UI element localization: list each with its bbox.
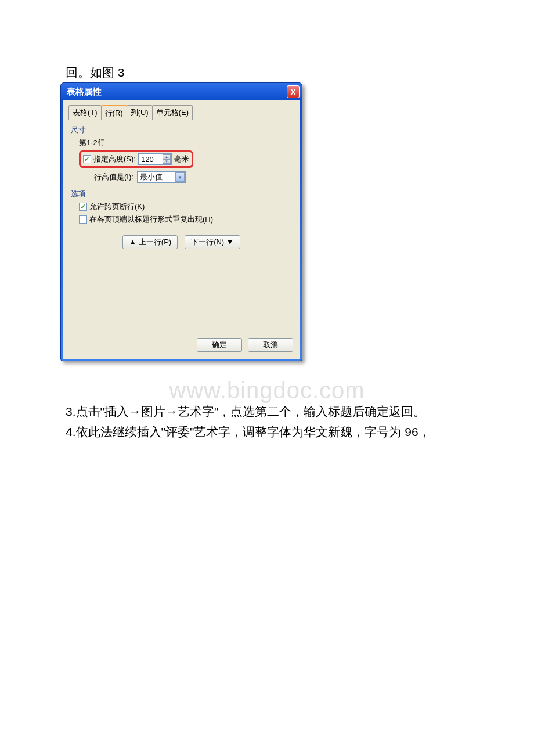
options-group-label: 选项	[71, 189, 292, 199]
tab-content-row: 尺寸 第1-2行 指定高度(S): 120 ▲ ▼ 毫米 行高值是(I): 最小…	[68, 120, 294, 254]
dialog-buttons: 确定 取消	[197, 338, 293, 352]
specify-height-checkbox[interactable]	[83, 155, 91, 163]
repeat-header-row: 在各页顶端以标题行形式重复出现(H)	[79, 214, 292, 225]
dialog-table-properties: 表格属性 X 表格(T) 行(R) 列(U) 单元格(E) 尺寸 第1-2行 指…	[60, 82, 302, 361]
height-unit: 毫米	[174, 154, 189, 164]
close-button[interactable]: X	[287, 85, 300, 98]
tab-table[interactable]: 表格(T)	[68, 105, 102, 120]
body-text-3: 4.依此法继续插入"评委"艺术字，调整字体为华文新魏，字号为 96，	[66, 422, 472, 442]
row-height-value: 最小值	[140, 172, 163, 182]
allow-break-label: 允许跨页断行(K)	[89, 201, 145, 212]
allow-break-row: 允许跨页断行(K)	[79, 201, 292, 212]
specify-height-label: 指定高度(S):	[93, 154, 136, 164]
repeat-header-checkbox[interactable]	[79, 215, 87, 224]
height-value: 120	[141, 155, 154, 164]
dialog-title: 表格属性	[67, 87, 287, 98]
ok-button[interactable]: 确定	[197, 338, 242, 352]
row-range-label: 第1-2行	[79, 138, 292, 148]
row-height-dropdown[interactable]: 最小值 ▼	[137, 171, 186, 183]
allow-break-checkbox[interactable]	[79, 203, 87, 211]
nav-row: ▲ 上一行(P) 下一行(N) ▼	[71, 235, 292, 249]
next-row-button[interactable]: 下一行(N) ▼	[185, 235, 240, 249]
options-group: 选项 允许跨页断行(K) 在各页顶端以标题行形式重复出现(H)	[71, 189, 292, 225]
tab-row[interactable]: 行(R)	[101, 105, 127, 120]
height-input[interactable]: 120 ▲ ▼	[138, 153, 172, 165]
tab-column[interactable]: 列(U)	[127, 105, 153, 120]
spinner-down-icon[interactable]: ▼	[163, 159, 171, 164]
watermark: www.bingdoc.com	[0, 377, 534, 404]
titlebar: 表格属性 X	[61, 83, 302, 100]
cancel-button[interactable]: 取消	[248, 338, 293, 352]
tab-strip: 表格(T) 行(R) 列(U) 单元格(E)	[68, 105, 294, 120]
spinner-up-icon[interactable]: ▲	[163, 154, 171, 159]
body-text-1: 回。如图 3	[66, 63, 125, 82]
row-height-is-label: 行高值是(I):	[94, 172, 134, 182]
body-text-2: 3.点击"插入→图片→艺术字"，点选第二个，输入标题后确定返回。	[66, 402, 472, 422]
repeat-header-label: 在各页顶端以标题行形式重复出现(H)	[89, 214, 213, 225]
specify-height-row: 指定高度(S): 120 ▲ ▼ 毫米	[79, 150, 193, 168]
spinner-arrows[interactable]: ▲ ▼	[163, 154, 171, 164]
row-height-is-row: 行高值是(I): 最小值 ▼	[94, 171, 292, 183]
close-icon: X	[291, 88, 296, 96]
size-group-label: 尺寸	[71, 125, 292, 135]
prev-row-button[interactable]: ▲ 上一行(P)	[122, 235, 178, 249]
tab-cell[interactable]: 单元格(E)	[152, 105, 193, 120]
chevron-down-icon: ▼	[175, 172, 185, 182]
dialog-body: 表格(T) 行(R) 列(U) 单元格(E) 尺寸 第1-2行 指定高度(S):…	[63, 100, 300, 359]
